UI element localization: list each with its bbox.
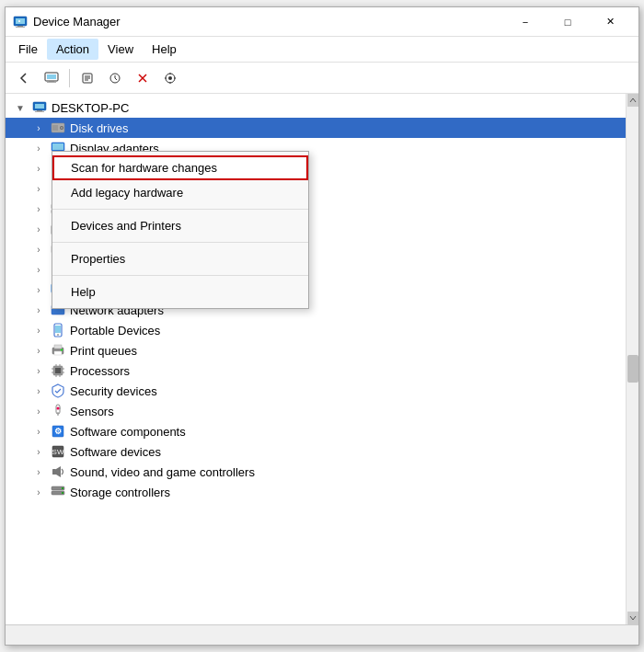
svg-rect-72	[54, 351, 62, 355]
svg-point-87	[57, 407, 60, 410]
uninstall-icon	[136, 72, 149, 85]
storage-expand[interactable]: ›	[31, 485, 46, 499]
svg-rect-8	[47, 82, 56, 83]
svg-rect-33	[52, 143, 63, 150]
svg-rect-85	[58, 412, 59, 416]
processors-label: Processors	[70, 364, 130, 378]
tree-item-storage[interactable]: › Storage controllers	[6, 482, 626, 502]
root-expand[interactable]: ▼	[13, 100, 28, 115]
firmware-expand[interactable]: ›	[31, 161, 46, 176]
display-adapters-expand[interactable]: ›	[31, 141, 46, 155]
window-title: Device Manager	[33, 15, 504, 29]
scroll-thumb[interactable]	[627, 355, 638, 383]
tree-item-security[interactable]: › Security devices	[6, 381, 626, 401]
sensors-icon	[50, 403, 66, 419]
status-bar	[6, 624, 638, 645]
software-devices-icon: SW	[50, 443, 66, 460]
content-area: ▼ DESKTOP-PC ›	[6, 94, 638, 624]
sound-expand[interactable]: ›	[31, 464, 46, 479]
tree-item-sensors[interactable]: › Sensors	[6, 401, 626, 421]
svg-rect-23	[35, 104, 44, 109]
scan-icon	[164, 72, 177, 85]
software-components-icon: ⚙	[50, 423, 66, 440]
svg-point-69	[57, 334, 59, 336]
processors-icon	[50, 362, 66, 379]
disk-drives-label: Disk drives	[70, 121, 129, 135]
tree-item-software-devices[interactable]: › SW Software devices	[6, 441, 626, 462]
computer-tree-icon	[31, 99, 48, 116]
processors-expand[interactable]: ›	[31, 363, 46, 378]
svg-text:⚙: ⚙	[54, 427, 62, 436]
tree-root[interactable]: ▼ DESKTOP-PC	[6, 97, 626, 118]
network-expand[interactable]: ›	[31, 303, 46, 317]
storage-icon	[50, 484, 66, 500]
toolbar	[6, 63, 638, 94]
svg-rect-92	[52, 469, 56, 475]
root-label: DESKTOP-PC	[52, 101, 129, 115]
disk-drives-expand[interactable]: ›	[31, 120, 46, 135]
security-label: Security devices	[70, 384, 157, 398]
tree-item-processors[interactable]: › Processors	[6, 360, 626, 381]
properties-toolbar-button[interactable]	[75, 66, 100, 90]
security-icon	[50, 383, 66, 399]
print-expand[interactable]: ›	[31, 343, 46, 358]
mice-expand[interactable]: ›	[31, 262, 46, 277]
menu-add-legacy[interactable]: Add legacy hardware	[52, 180, 308, 205]
menu-help[interactable]: Help	[143, 39, 186, 60]
menu-devices-printers[interactable]: Devices and Printers	[52, 213, 308, 238]
maximize-button[interactable]: □	[546, 7, 589, 37]
menu-separator-2	[52, 242, 308, 243]
svg-rect-3	[16, 27, 25, 28]
security-expand[interactable]: ›	[31, 383, 46, 398]
keyboards-expand[interactable]: ›	[31, 242, 46, 257]
update-driver-button[interactable]	[102, 66, 128, 90]
print-label: Print queues	[70, 344, 137, 358]
svg-rect-6	[47, 74, 56, 79]
svg-rect-68	[55, 326, 61, 333]
tree-item-sound[interactable]: › Sound, video and game controllers	[6, 462, 626, 482]
minimize-button[interactable]: −	[504, 7, 546, 37]
svg-rect-75	[55, 368, 61, 373]
close-button[interactable]: ✕	[589, 7, 631, 37]
software-components-expand[interactable]: ›	[31, 424, 46, 439]
properties-icon	[81, 72, 94, 85]
portable-icon	[50, 322, 66, 338]
ide-ata-expand[interactable]: ›	[31, 201, 46, 216]
svg-point-96	[62, 492, 63, 494]
app-icon	[13, 15, 28, 29]
portable-expand[interactable]: ›	[31, 323, 46, 337]
monitors-expand[interactable]: ›	[31, 282, 46, 297]
scroll-up-button[interactable]	[627, 94, 638, 107]
tree-item-portable[interactable]: › Portable Devices	[6, 320, 626, 340]
menu-properties[interactable]: Properties	[52, 246, 308, 271]
menu-help-action[interactable]: Help	[52, 280, 308, 304]
svg-rect-4	[18, 20, 20, 22]
scrollbar[interactable]	[626, 94, 638, 624]
svg-rect-25	[35, 111, 44, 112]
tree-item-print[interactable]: › Print queues	[6, 340, 626, 360]
menu-action[interactable]: Action	[47, 39, 98, 60]
scan-toolbar-button[interactable]	[157, 66, 183, 90]
menu-view[interactable]: View	[98, 39, 143, 60]
menu-separator-3	[52, 275, 308, 276]
imaging-expand[interactable]: ›	[31, 222, 46, 236]
menu-bar: File Action View Help	[6, 37, 638, 63]
back-icon	[17, 72, 30, 85]
software-components-label: Software components	[70, 425, 186, 439]
tree-item-disk-drives[interactable]: › Disk drives	[6, 118, 626, 138]
svg-text:SW: SW	[52, 448, 64, 456]
svg-point-95	[62, 487, 63, 489]
software-devices-expand[interactable]: ›	[31, 444, 46, 459]
sensors-expand[interactable]: ›	[31, 404, 46, 418]
uninstall-button[interactable]	[130, 66, 155, 90]
menu-file[interactable]: File	[9, 39, 47, 60]
sound-icon	[50, 463, 66, 480]
back-button[interactable]	[11, 66, 37, 90]
computer-button[interactable]	[39, 66, 64, 90]
scroll-down-button[interactable]	[627, 612, 638, 624]
human-interface-expand[interactable]: ›	[31, 181, 46, 196]
update-icon	[109, 72, 121, 85]
menu-scan-hardware[interactable]: Scan for hardware changes	[52, 155, 308, 180]
tree-item-software-components[interactable]: › ⚙ Software components	[6, 421, 626, 441]
software-devices-label: Software devices	[70, 445, 161, 459]
